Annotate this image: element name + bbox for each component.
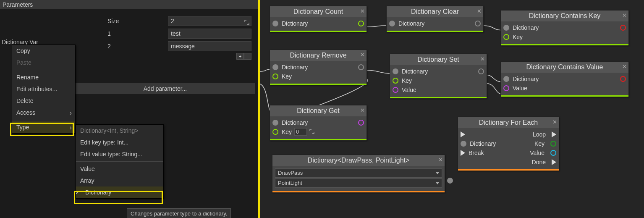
node-dictionary-set[interactable]: Dictionary Set✕ Dictionary Key Value — [390, 54, 487, 99]
port-in-dictionary[interactable] — [272, 120, 278, 126]
port-out[interactable] — [478, 68, 484, 74]
check-icon: ✓ — [75, 189, 80, 196]
port-in-dictionary[interactable] — [461, 141, 466, 147]
ctx-edit-value-type[interactable]: Edit value type: String... — [76, 148, 163, 160]
port-out-bool[interactable] — [620, 25, 626, 31]
row-value-field[interactable]: test — [168, 29, 251, 39]
close-icon[interactable]: ✕ — [477, 8, 482, 14]
port-out[interactable] — [358, 21, 364, 26]
key-value-field[interactable]: 0 — [294, 128, 307, 136]
close-icon[interactable]: ✕ — [622, 63, 627, 70]
close-icon[interactable]: ✕ — [360, 8, 365, 14]
node-dictionary-type[interactable]: Dictionary<DrawPass, PointLight>✕ DrawPa… — [272, 155, 445, 193]
node-dictionary-contains-key[interactable]: Dictionary Contains Key✕ Dictionary Key — [500, 10, 629, 46]
context-menu: Copy Paste Rename Edit attributes... Del… — [12, 45, 76, 134]
row-index: 1 — [104, 30, 168, 37]
port-in-value[interactable] — [393, 87, 398, 93]
close-icon[interactable]: ✕ — [622, 12, 627, 18]
row-index: 2 — [104, 43, 168, 50]
port-in-key[interactable] — [393, 78, 398, 84]
context-submenu-type: Dictionary<Int, String> Edit key type: I… — [76, 124, 164, 199]
port-out[interactable] — [447, 178, 453, 184]
graph-canvas[interactable]: Dictionary Count✕ Dictionary Dictionary … — [260, 0, 644, 218]
ctx-type-array[interactable]: Array — [76, 175, 163, 186]
close-icon[interactable]: ✕ — [360, 107, 365, 113]
exec-out-loop[interactable] — [552, 131, 556, 137]
exec-in[interactable] — [461, 131, 465, 137]
port-in-key[interactable] — [272, 74, 278, 79]
node-dictionary-get[interactable]: Dictionary Get✕ Dictionary Key 0 — [270, 105, 367, 141]
ctx-edit-attributes[interactable]: Edit attributes... — [12, 83, 75, 95]
key-type-dropdown[interactable]: DrawPass — [275, 168, 442, 178]
row-value-field[interactable]: message — [168, 41, 251, 51]
value-type-dropdown[interactable]: PointLight — [275, 179, 442, 188]
ctx-copy[interactable]: Copy — [12, 45, 75, 57]
expand-icon[interactable] — [244, 18, 249, 27]
port-in-dictionary[interactable] — [389, 21, 395, 26]
param-table: Size 2 1 test 2 message +- — [104, 15, 255, 60]
parameters-panel: Parameters Size 2 1 test 2 message +- Di… — [0, 0, 258, 218]
tooltip: Changes parameter type to a dictionary. — [127, 208, 231, 218]
port-out-key[interactable] — [550, 141, 556, 147]
exec-in-break[interactable] — [461, 150, 465, 156]
port-out-value[interactable] — [550, 150, 556, 156]
ctx-type-header: Dictionary<Int, String> — [76, 125, 163, 137]
port-out[interactable] — [358, 64, 364, 70]
port-in-dictionary[interactable] — [393, 68, 398, 74]
close-icon[interactable]: ✕ — [438, 157, 443, 163]
ctx-type-dictionary[interactable]: ✓ Dictionary — [76, 186, 163, 198]
port-in-key[interactable] — [503, 34, 509, 40]
expand-icon[interactable] — [309, 129, 314, 135]
port-out-value[interactable] — [358, 120, 364, 126]
node-dictionary-foreach[interactable]: Dictionary For Each✕ Loop Dictionary Key… — [458, 117, 559, 171]
add-parameter-button[interactable]: Add parameter... — [76, 83, 255, 94]
ctx-type[interactable]: Type — [12, 121, 75, 133]
node-dictionary-remove[interactable]: Dictionary Remove✕ Dictionary Key — [270, 50, 367, 85]
port-in-value[interactable] — [503, 85, 509, 91]
remove-row-button[interactable]: - — [244, 53, 251, 60]
ctx-edit-key-type[interactable]: Edit key type: Int... — [76, 137, 163, 148]
node-dictionary-clear[interactable]: Dictionary Clear✕ Dictionary — [386, 6, 484, 32]
add-row-button[interactable]: + — [236, 53, 244, 60]
port-in-key[interactable] — [272, 129, 278, 135]
close-icon[interactable]: ✕ — [552, 119, 557, 125]
node-dictionary-contains-value[interactable]: Dictionary Contains Value✕ Dictionary Va… — [500, 61, 629, 97]
size-label: Size — [104, 18, 168, 24]
port-out-bool[interactable] — [620, 76, 626, 82]
close-icon[interactable]: ✕ — [360, 52, 365, 58]
panel-title: Parameters — [0, 0, 258, 9]
port-in-dictionary[interactable] — [272, 64, 278, 70]
port-out[interactable] — [475, 21, 481, 26]
node-dictionary-count[interactable]: Dictionary Count✕ Dictionary — [270, 6, 367, 32]
port-in-dictionary[interactable] — [503, 76, 509, 82]
ctx-paste: Paste — [12, 57, 75, 68]
ctx-delete[interactable]: Delete — [12, 95, 75, 107]
ctx-access[interactable]: Access — [12, 107, 75, 118]
size-field[interactable]: 2 — [168, 16, 251, 26]
ctx-type-value[interactable]: Value — [76, 163, 163, 175]
port-in-dictionary[interactable] — [503, 25, 509, 31]
ctx-rename[interactable]: Rename — [12, 71, 75, 83]
exec-out-done[interactable] — [552, 159, 556, 165]
close-icon[interactable]: ✕ — [480, 56, 485, 62]
port-in-dictionary[interactable] — [272, 21, 278, 26]
